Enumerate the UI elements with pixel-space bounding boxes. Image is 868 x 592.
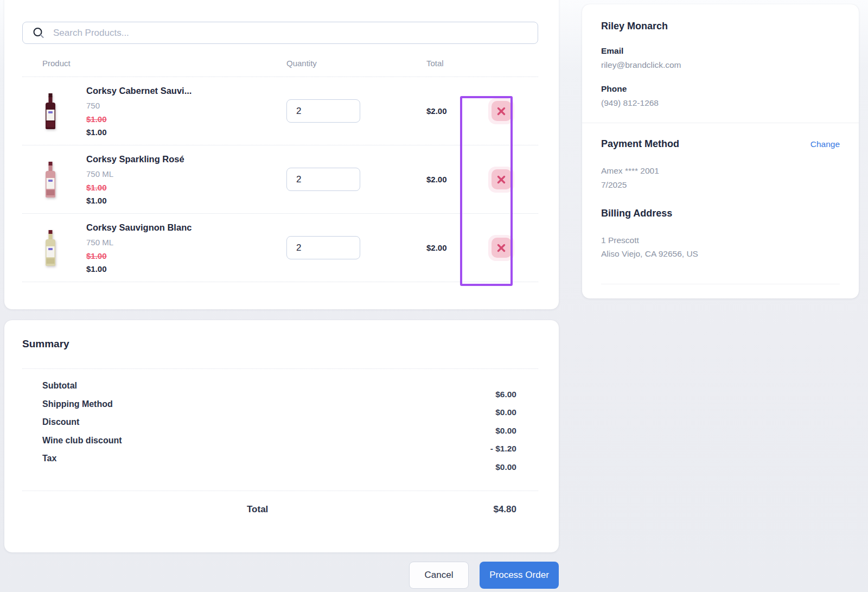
- row-total: $2.00: [426, 106, 464, 116]
- summary-total-row: Total $4.80: [22, 504, 538, 515]
- x-icon: [496, 174, 507, 185]
- delete-item-button[interactable]: [492, 238, 512, 258]
- total-label: Total: [247, 504, 268, 515]
- billing-address-line2: Aliso Viejo, CA 92656, US: [601, 247, 840, 260]
- column-header-product: Product: [22, 59, 286, 68]
- table-row: Corksy Sparkling Rosé 750 ML $1.00 $1.00…: [22, 145, 538, 214]
- summary-value: $6.00: [495, 390, 538, 399]
- quantity-input[interactable]: [286, 236, 360, 259]
- product-image: [22, 230, 86, 266]
- email-label: Email: [601, 46, 840, 56]
- product-title: Corksy Sauvignon Blanc: [86, 222, 286, 233]
- product-price: $1.00: [86, 264, 286, 273]
- product-image: [22, 162, 86, 198]
- column-header-total: Total: [426, 59, 464, 68]
- product-title: Corksy Sparkling Rosé: [86, 154, 286, 164]
- quantity-input[interactable]: [286, 168, 360, 191]
- product-size: 750 ML: [86, 238, 286, 247]
- summary-row: Tax $0.00: [22, 454, 538, 472]
- quantity-input[interactable]: [286, 99, 360, 123]
- wine-bottle-icon: [41, 162, 60, 198]
- table-row: Corksy Cabernet Sauvi... 750 $1.00 $1.00…: [22, 77, 538, 145]
- delete-item-button[interactable]: [492, 101, 512, 121]
- products-card: Product Quantity Total Corksy Cabernet S…: [4, 0, 559, 309]
- product-old-price: $1.00: [86, 183, 286, 192]
- product-image: [22, 93, 86, 129]
- summary-value: $0.00: [495, 462, 538, 472]
- email-group: Email riley@brandclick.com: [601, 46, 840, 70]
- row-total: $2.00: [426, 175, 464, 184]
- summary-label: Discount: [22, 417, 79, 427]
- phone-value: (949) 812-1268: [601, 98, 840, 108]
- payment-method-title: Payment Method: [601, 138, 679, 150]
- summary-row: Wine club discount - $1.20: [22, 436, 538, 454]
- wine-bottle-icon: [41, 230, 60, 266]
- product-old-price: $1.00: [86, 251, 286, 260]
- summary-label: Subtotal: [22, 381, 77, 391]
- product-size: 750 ML: [86, 169, 286, 179]
- table-header-row: Product Quantity Total: [22, 59, 538, 77]
- change-payment-link[interactable]: Change: [810, 139, 840, 149]
- customer-sidebar-card: Riley Monarch Email riley@brandclick.com…: [582, 4, 859, 298]
- phone-group: Phone (949) 812-1268: [601, 84, 840, 108]
- customer-name: Riley Monarch: [601, 21, 840, 32]
- summary-label: Wine club discount: [22, 436, 122, 445]
- delete-button-halo: [488, 167, 514, 193]
- summary-label: Shipping Method: [22, 399, 113, 409]
- summary-value: $0.00: [495, 408, 538, 417]
- summary-value: $0.00: [495, 426, 538, 436]
- column-header-quantity: Quantity: [286, 59, 426, 68]
- summary-row: Subtotal $6.00: [22, 381, 538, 399]
- card-expiry: 7/2025: [601, 178, 840, 192]
- divider: [601, 284, 840, 284]
- summary-card: Summary Subtotal $6.00 Shipping Method $…: [4, 320, 559, 552]
- product-price: $1.00: [86, 196, 286, 205]
- product-old-price: $1.00: [86, 114, 286, 124]
- x-icon: [496, 243, 507, 253]
- summary-value: - $1.20: [490, 444, 538, 454]
- table-row: Corksy Sauvignon Blanc 750 ML $1.00 $1.0…: [22, 214, 538, 282]
- product-price: $1.00: [86, 128, 286, 137]
- wine-bottle-icon: [41, 93, 60, 129]
- summary-row: Discount $0.00: [22, 417, 538, 436]
- delete-item-button[interactable]: [492, 169, 512, 189]
- divider: [22, 491, 538, 491]
- divider: [22, 368, 538, 369]
- summary-row: Shipping Method $0.00: [22, 399, 538, 418]
- delete-button-halo: [488, 235, 514, 261]
- phone-label: Phone: [601, 84, 840, 94]
- card-number: Amex **** 2001: [601, 164, 840, 178]
- billing-address-line1: 1 Prescott: [601, 233, 840, 247]
- divider: [582, 123, 859, 123]
- row-total: $2.00: [426, 243, 464, 252]
- summary-label: Tax: [22, 454, 56, 463]
- summary-title: Summary: [22, 338, 538, 350]
- cancel-button[interactable]: Cancel: [409, 562, 469, 589]
- email-value: riley@brandclick.com: [601, 60, 840, 70]
- x-icon: [496, 106, 507, 117]
- product-title: Corksy Cabernet Sauvi...: [86, 86, 286, 96]
- search-icon: [32, 27, 45, 40]
- billing-address-title: Billing Address: [601, 208, 840, 219]
- delete-button-halo: [488, 98, 514, 124]
- process-order-button[interactable]: Process Order: [480, 562, 559, 589]
- search-bar: [22, 22, 538, 44]
- product-size: 750: [86, 101, 286, 110]
- total-value: $4.80: [493, 504, 538, 515]
- search-input[interactable]: [53, 28, 538, 39]
